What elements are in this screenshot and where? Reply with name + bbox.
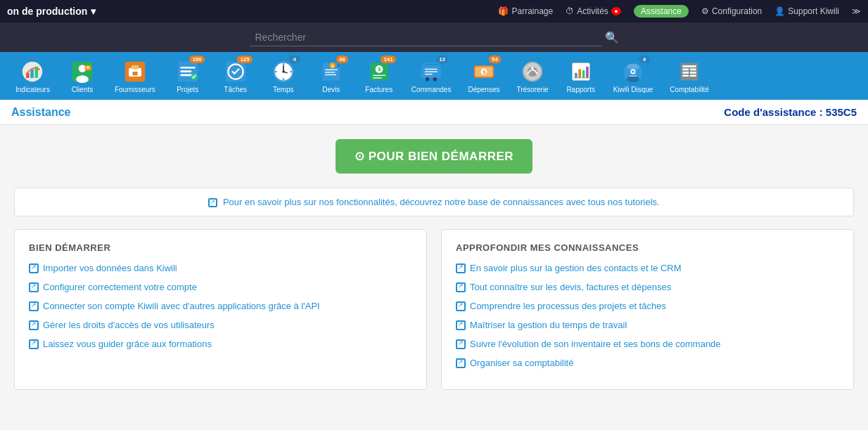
- nav-rapports[interactable]: Rapports: [557, 56, 605, 97]
- activites-nav[interactable]: ⏱ Activités ●: [566, 6, 621, 16]
- assistance-nav[interactable]: Assistance: [634, 5, 689, 18]
- link-configurer[interactable]: Configurer correctement votre compte: [29, 282, 412, 292]
- taches-icon-wrap: 125: [223, 59, 248, 84]
- list-item: Importer vos données dans Kiwili: [29, 263, 412, 273]
- col-approfondir: APPROFONDIR MES CONNAISSANCES En savoir …: [441, 229, 854, 390]
- link-connecter[interactable]: Connecter son compte Kiwili avec d'autre…: [29, 301, 412, 311]
- dropdown-arrow[interactable]: ▾: [91, 6, 96, 17]
- nav-comptabilite[interactable]: Comptabilité: [661, 56, 717, 97]
- link-comptabilite[interactable]: Organiser sa comptabilité: [456, 358, 839, 368]
- temps-label: Temps: [273, 86, 293, 93]
- tresorerie-icon-wrap: [520, 59, 545, 84]
- devis-icon: $: [320, 60, 343, 83]
- list-item: Laissez vous guider grâce aux formations: [29, 339, 412, 349]
- nav-fournisseurs[interactable]: Fournisseurs: [106, 56, 164, 97]
- nav-factures[interactable]: 141 $ Factures: [355, 56, 403, 97]
- nav-devis[interactable]: 48 $ Devis: [307, 56, 355, 97]
- taches-label: Tâches: [224, 86, 247, 93]
- list-item: Gérer les droits d'accès de vos utilisat…: [29, 320, 412, 330]
- comptabilite-label: Comptabilité: [670, 86, 709, 93]
- svg-rect-18: [180, 74, 193, 76]
- devis-label: Devis: [322, 86, 340, 93]
- depenses-badge: 54: [489, 56, 501, 63]
- clients-icon: [71, 60, 94, 83]
- svg-rect-71: [682, 72, 689, 74]
- kiwili-disque-icon: [622, 60, 644, 83]
- svg-rect-58: [582, 70, 585, 78]
- col-right-links: En savoir plus sur la gestion des contac…: [456, 263, 839, 368]
- link-temps[interactable]: Maîtriser la gestion du temps de travail: [456, 320, 839, 330]
- kiwili-disque-label: Kiwili Disque: [613, 86, 653, 93]
- link-projets-taches[interactable]: Comprendre les processus des projets et …: [456, 301, 839, 311]
- svg-point-30: [290, 70, 292, 72]
- pour-bien-demarrer-button[interactable]: ⊙ POUR BIEN DÉMARRER: [336, 139, 532, 174]
- activites-badge: ●: [611, 7, 621, 15]
- nav-commandes[interactable]: 13 Commandes: [403, 56, 460, 97]
- main-content: ⊙ POUR BIEN DÉMARRER ↗ Pour en savoir pl…: [0, 125, 868, 404]
- nav-clients[interactable]: Clients: [58, 56, 106, 97]
- svg-rect-69: [682, 68, 689, 70]
- list-item: Tout connaître sur les devis, factures e…: [456, 282, 839, 292]
- list-item: Organiser sa comptabilité: [456, 358, 839, 368]
- search-input[interactable]: [250, 29, 601, 46]
- svg-rect-73: [682, 74, 689, 77]
- temps-icon-wrap: 4: [271, 59, 296, 84]
- configuration-nav[interactable]: ⚙ Configuration: [701, 6, 762, 16]
- top-bar: on de production ▾ 🎁 Parrainage ⏱ Activi…: [0, 0, 868, 22]
- nav-depenses[interactable]: 54 $ Dépenses: [459, 56, 508, 97]
- svg-rect-68: [682, 65, 696, 67]
- svg-rect-70: [690, 68, 696, 70]
- projets-label: Projets: [177, 86, 198, 93]
- more-nav[interactable]: ≫: [852, 6, 861, 16]
- external-link-icon: [456, 263, 466, 273]
- support-label: Support Kiwili: [788, 6, 839, 16]
- svg-point-7: [76, 75, 89, 83]
- fournisseurs-label: Fournisseurs: [115, 86, 155, 93]
- search-icon[interactable]: 🔍: [605, 31, 619, 44]
- external-link-icon: ↗: [208, 198, 217, 207]
- projets-icon: [177, 60, 199, 83]
- svg-point-27: [282, 63, 284, 65]
- svg-point-29: [275, 70, 277, 72]
- svg-rect-14: [132, 72, 137, 75]
- external-link-icon: [29, 339, 39, 349]
- external-link-icon: [456, 301, 466, 311]
- link-devis-factures[interactable]: Tout connaître sur les devis, factures e…: [456, 282, 839, 292]
- svg-text:$: $: [483, 69, 485, 74]
- link-inventaire[interactable]: Suivre l'évolution de son inventaire et …: [456, 339, 839, 349]
- parrainage-label: Parrainage: [511, 6, 553, 16]
- app-title-area[interactable]: on de production ▾: [7, 6, 96, 17]
- nav-temps[interactable]: 4 Temps: [260, 56, 307, 97]
- clients-icon-wrap: [70, 59, 95, 84]
- col-left-links: Importer vos données dans Kiwili Configu…: [29, 263, 412, 349]
- depenses-icon-wrap: 54 $: [471, 59, 497, 84]
- link-importer[interactable]: Importer vos données dans Kiwili: [29, 263, 412, 273]
- link-crm[interactable]: En savoir plus sur la gestion des contac…: [456, 263, 839, 273]
- external-link-icon: [29, 301, 39, 311]
- list-item: Suivre l'évolution de son inventaire et …: [456, 339, 839, 349]
- nav-kiwili-disque[interactable]: 4 Kiwili Disque: [605, 56, 662, 97]
- nav-tresorerie[interactable]: Trésorerie: [508, 56, 556, 97]
- user-icon: 👤: [774, 6, 785, 16]
- commandes-label: Commandes: [411, 86, 452, 93]
- external-link-icon: [29, 263, 39, 273]
- activites-label: Activités: [577, 6, 608, 16]
- svg-rect-17: [180, 70, 191, 72]
- support-nav[interactable]: 👤 Support Kiwili: [774, 6, 839, 16]
- nav-taches[interactable]: 125 Tâches: [212, 56, 260, 97]
- info-banner: ↗ Pour en savoir plus sur nos fonctionna…: [14, 188, 854, 216]
- nav-projets[interactable]: 190 Projets: [164, 56, 212, 97]
- search-bar: 🔍: [0, 22, 868, 52]
- taches-badge: 125: [237, 56, 252, 63]
- parrainage-nav[interactable]: 🎁 Parrainage: [498, 6, 553, 16]
- two-columns: BIEN DÉMARRER Importer vos données dans …: [14, 229, 854, 390]
- temps-badge: 4: [289, 56, 300, 63]
- link-formations[interactable]: Laissez vous guider grâce aux formations: [29, 339, 412, 349]
- nav-indicateurs[interactable]: Indicateurs: [7, 56, 58, 97]
- col-bien-demarrer: BIEN DÉMARRER Importer vos données dans …: [14, 229, 427, 390]
- svg-rect-57: [578, 69, 581, 77]
- link-droits[interactable]: Gérer les droits d'accès de vos utilisat…: [29, 320, 412, 330]
- tresorerie-icon: [521, 60, 544, 83]
- external-link-icon: [29, 320, 39, 330]
- configuration-label: Configuration: [712, 6, 762, 16]
